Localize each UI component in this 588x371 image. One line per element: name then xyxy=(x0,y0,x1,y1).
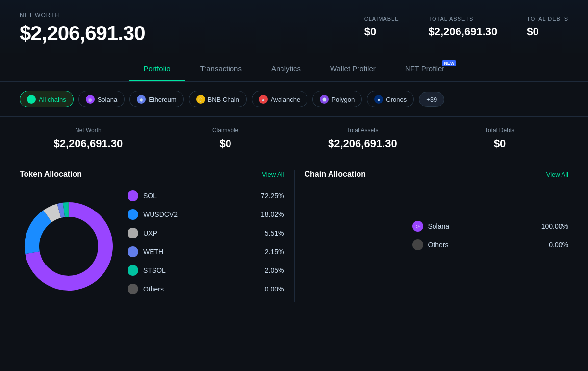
nav-tabs: PortfolioTransactionsAnalyticsWallet Pro… xyxy=(0,55,588,82)
chain-btn-avalanche[interactable]: ▲Avalanche xyxy=(252,91,307,107)
header-stats: CLAIMABLE$0TOTAL ASSETS$2,206,691.30TOTA… xyxy=(364,12,568,38)
chain-chart-area: ◎Solana100.00%Others0.00% xyxy=(305,190,569,289)
token-legend-item: WUSDCV218.02% xyxy=(128,209,284,220)
avalanche-icon: ▲ xyxy=(259,95,268,104)
all-icon: ◈ xyxy=(27,95,36,104)
chain-btn-ethereum[interactable]: ◆Ethereum xyxy=(129,91,183,107)
token-view-all-button[interactable]: View All xyxy=(262,171,284,178)
chain-allocation-panel: Chain Allocation View All ◎Solana100.00%… xyxy=(294,170,569,302)
header-stat-claimable: CLAIMABLE$0 xyxy=(364,16,399,38)
legend-pct: 2.15% xyxy=(257,248,284,256)
portfolio-stat-total-assets: Total Assets$2,206,691.30 xyxy=(294,127,432,150)
donut-segment-wusdcv2 xyxy=(32,216,48,253)
chain-label-avalanche: Avalanche xyxy=(271,96,300,103)
donut-segment-stsol xyxy=(64,210,69,210)
sol-icon xyxy=(128,190,138,201)
others-chain-icon xyxy=(412,239,423,250)
chain-allocation-header: Chain Allocation View All xyxy=(305,170,569,179)
chain-label-polygon: Polygon xyxy=(332,96,355,103)
donut-segment-uxp xyxy=(48,211,59,216)
token-legend-item: Others0.00% xyxy=(128,284,284,294)
chain-btn-all[interactable]: ◈All chains xyxy=(20,91,74,107)
token-legend-item: WETH2.15% xyxy=(128,246,284,257)
chain-btn-polygon[interactable]: ⬟Polygon xyxy=(312,91,362,107)
others-icon xyxy=(128,284,138,294)
chain-btn-solana[interactable]: ◎Solana xyxy=(78,91,125,107)
chain-legend-pct: 100.00% xyxy=(541,222,568,230)
tab-nft-profiler[interactable]: NFT ProfilerNEW xyxy=(390,55,460,81)
bnb-icon: ⬡ xyxy=(196,95,205,104)
net-worth-section: NET WORTH $2,206,691.30 xyxy=(20,12,145,45)
portfolio-stat-claimable: Claimable$0 xyxy=(157,127,294,150)
chain-legend-symbol: Others xyxy=(428,241,537,249)
token-allocation-title: Token Allocation xyxy=(20,170,82,179)
legend-symbol: WETH xyxy=(143,248,253,256)
donut-segment-weth xyxy=(59,210,64,211)
legend-symbol: WUSDCV2 xyxy=(143,211,253,218)
token-legend-item: UXP5.51% xyxy=(128,228,284,238)
chain-legend-pct: 0.00% xyxy=(541,241,568,249)
net-worth-label: NET WORTH xyxy=(20,12,145,19)
portfolio-stat-total-debts: Total Debts$0 xyxy=(431,127,568,150)
ethereum-icon: ◆ xyxy=(137,95,146,104)
portfolio-stat-net-worth: Net Worth$2,206,691.30 xyxy=(20,127,157,150)
chain-label-cronos: Cronos xyxy=(386,96,407,103)
chain-label-all: All chains xyxy=(39,96,66,103)
chain-label-ethereum: Ethereum xyxy=(149,96,176,103)
token-allocation-panel: Token Allocation View All SOL72.25%WUSDC… xyxy=(20,170,294,302)
chain-label-bnb: BNB Chain xyxy=(208,96,239,103)
chain-label-solana: Solana xyxy=(98,96,117,103)
tab-transactions[interactable]: Transactions xyxy=(185,55,256,81)
chain-donut-chart xyxy=(305,190,403,289)
token-donut-chart xyxy=(20,197,118,295)
token-chart-area: SOL72.25%WUSDCV218.02%UXP5.51%WETH2.15%S… xyxy=(20,190,284,302)
legend-pct: 0.00% xyxy=(257,285,284,293)
legend-symbol: SOL xyxy=(143,192,253,200)
new-badge: NEW xyxy=(442,60,456,66)
chain-legend-item: Others0.00% xyxy=(412,239,569,250)
legend-symbol: UXP xyxy=(143,229,253,237)
solana-icon: ◎ xyxy=(86,95,95,104)
more-chains-button[interactable]: +39 xyxy=(419,92,444,107)
legend-pct: 72.25% xyxy=(257,192,284,200)
chain-donut-svg xyxy=(305,190,403,289)
weth-icon xyxy=(128,246,138,257)
token-legend-item: STSOL2.05% xyxy=(128,265,284,276)
legend-symbol: Others xyxy=(143,285,253,293)
chain-btn-cronos[interactable]: ●Cronos xyxy=(367,91,414,107)
chain-btn-bnb[interactable]: ⬡BNB Chain xyxy=(189,91,247,107)
chain-view-all-button[interactable]: View All xyxy=(546,171,568,178)
token-allocation-header: Token Allocation View All xyxy=(20,170,284,179)
chain-legend: ◎Solana100.00%Others0.00% xyxy=(412,221,569,258)
cronos-icon: ● xyxy=(374,95,383,104)
token-legend-item: SOL72.25% xyxy=(128,190,284,201)
header-section: NET WORTH $2,206,691.30 CLAIMABLE$0TOTAL… xyxy=(0,0,588,55)
chain-legend-symbol: Solana xyxy=(428,222,537,230)
uxp-icon xyxy=(128,228,138,238)
solana-chain-icon: ◎ xyxy=(412,221,423,232)
header-stat-total-debts: TOTAL DEBTS$0 xyxy=(527,16,568,38)
net-worth-value: $2,206,691.30 xyxy=(20,22,145,45)
tab-analytics[interactable]: Analytics xyxy=(256,55,315,81)
token-donut-svg xyxy=(20,197,118,295)
chain-allocation-title: Chain Allocation xyxy=(305,170,366,179)
legend-symbol: STSOL xyxy=(143,266,253,274)
portfolio-stats-row: Net Worth$2,206,691.30Claimable$0Total A… xyxy=(0,117,588,160)
main-content: Token Allocation View All SOL72.25%WUSDC… xyxy=(0,160,588,312)
polygon-icon: ⬟ xyxy=(320,95,329,104)
token-legend: SOL72.25%WUSDCV218.02%UXP5.51%WETH2.15%S… xyxy=(128,190,284,302)
wusdcv2-icon xyxy=(128,209,138,220)
chain-legend-item: ◎Solana100.00% xyxy=(412,221,569,232)
header-stat-total-assets: TOTAL ASSETS$2,206,691.30 xyxy=(429,16,498,38)
tab-portfolio[interactable]: Portfolio xyxy=(129,55,185,81)
tab-wallet-profiler[interactable]: Wallet Profiler xyxy=(315,55,390,81)
chain-filter: ◈All chains◎Solana◆Ethereum⬡BNB Chain▲Av… xyxy=(0,82,588,117)
stsol-icon xyxy=(128,265,138,276)
legend-pct: 2.05% xyxy=(257,266,284,274)
legend-pct: 18.02% xyxy=(257,211,284,218)
legend-pct: 5.51% xyxy=(257,229,284,237)
